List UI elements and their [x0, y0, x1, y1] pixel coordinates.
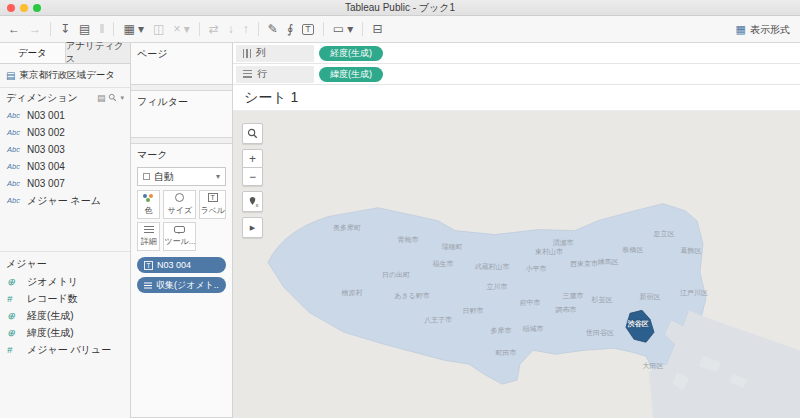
marks-pill[interactable]: 収集(ジオメト..: [137, 277, 226, 293]
mark-type-icon: [143, 173, 150, 180]
sheet-title[interactable]: シート 1: [233, 85, 800, 111]
save-icon[interactable]: ↧: [60, 23, 70, 35]
dimension-field[interactable]: Abc N03 004: [0, 158, 130, 175]
color-button[interactable]: 色: [137, 190, 160, 219]
zoom-in-button[interactable]: +: [242, 149, 263, 168]
clear-sheet-icon[interactable]: × ▾: [173, 23, 189, 35]
search-fields-icon[interactable]: [108, 93, 117, 102]
label-button[interactable]: ラベル: [199, 190, 226, 219]
datasource-name: 東京都行政区域データ: [19, 69, 114, 82]
text-type-icon: Abc: [7, 145, 23, 154]
map-label: 日野市: [463, 306, 484, 316]
pill-role-icon: [144, 261, 153, 270]
show-me-button[interactable]: ▦ 表示形式: [736, 23, 790, 37]
measure-field[interactable]: # メジャー バリュー: [0, 341, 130, 358]
tableau-window: Tableau Public - ブック1 ← → ↧ ▤ ‖ ▦ ▾ ◫ × …: [0, 0, 800, 419]
swap-axes-icon[interactable]: ⇄: [209, 23, 219, 35]
chevron-down-icon[interactable]: ▾: [120, 94, 124, 102]
show-me-label: 表示形式: [750, 23, 790, 37]
size-button[interactable]: サイズ: [163, 190, 196, 219]
marks-pills: N03 004 収集(ジオメト..: [137, 257, 226, 293]
datasource-icon: ▤: [6, 70, 15, 81]
dimension-field[interactable]: Abc N03 007: [0, 175, 130, 192]
presentation-mode-icon[interactable]: ⊟: [372, 23, 382, 35]
toolbar-separator: [113, 22, 114, 36]
columns-shelf[interactable]: 列 経度(生成): [233, 43, 800, 64]
tab-analytics[interactable]: アナリティクス: [65, 43, 131, 63]
highlight-icon[interactable]: ✎: [268, 23, 278, 35]
dimension-field[interactable]: Abc N03 002: [0, 124, 130, 141]
pages-card[interactable]: ページ: [131, 43, 232, 85]
measure-type-icon: ⊕: [7, 276, 23, 287]
tooltip-button[interactable]: ツール...: [163, 222, 196, 251]
show-me-icon: ▦: [736, 23, 746, 36]
map-label: 渋谷区: [628, 319, 649, 329]
map-pin-button[interactable]: x: [242, 191, 263, 212]
pin-x-mark: x: [256, 202, 259, 208]
measure-type-icon: #: [7, 344, 23, 355]
measure-field[interactable]: # レコード数: [0, 290, 130, 307]
sort-ascending-icon[interactable]: ↓: [228, 23, 234, 35]
dimensions-list: Abc N03 001 Abc N03 002 Abc N03 003: [0, 107, 130, 209]
text-type-icon: Abc: [7, 179, 23, 188]
columns-pill[interactable]: 経度(生成): [319, 46, 383, 61]
label-toggle-icon[interactable]: T: [302, 24, 314, 35]
chevron-down-icon: ▾: [216, 172, 220, 181]
map-label: 新宿区: [640, 292, 661, 302]
dimension-field[interactable]: Abc メジャー ネーム: [0, 192, 130, 209]
toolbar: ← → ↧ ▤ ‖ ▦ ▾ ◫ × ▾ ⇄ ↓ ↑ ✎: [0, 16, 800, 43]
paperclip-icon[interactable]: ∮: [287, 23, 293, 35]
measure-field[interactable]: ⊕ 経度(生成): [0, 307, 130, 324]
search-icon: [247, 128, 258, 139]
map-label: 杉並区: [592, 295, 613, 305]
undo-icon[interactable]: ←: [8, 23, 20, 35]
new-worksheet-icon[interactable]: ▦ ▾: [123, 23, 144, 35]
measure-field[interactable]: ⊕ 緯度(生成): [0, 324, 130, 341]
datasource-row[interactable]: ▤ 東京都行政区域データ: [0, 64, 130, 88]
map-labels-layer: 奥多摩町 青梅市 瑞穂町 檜原村 日の出町 あきる野市 八王子市 福生市: [233, 111, 800, 418]
rows-shelf[interactable]: 行 緯度(生成): [233, 64, 800, 85]
rows-pill[interactable]: 緯度(生成): [319, 67, 383, 82]
map-search-button[interactable]: [242, 123, 263, 144]
map-label: 調布市: [556, 305, 577, 315]
measure-field[interactable]: ⊕ ジオメトリ: [0, 273, 130, 290]
map-label: 府中市: [520, 298, 541, 308]
map-canvas[interactable]: 奥多摩町 青梅市 瑞穂町 檜原村 日の出町 あきる野市 八王子市 福生市: [233, 111, 800, 418]
tab-data[interactable]: データ: [0, 43, 65, 63]
window-title: Tableau Public - ブック1: [0, 1, 800, 15]
fit-selector-icon[interactable]: ▭ ▾: [333, 23, 354, 35]
dimension-field[interactable]: Abc N03 001: [0, 107, 130, 124]
detail-button[interactable]: 詳細: [137, 222, 160, 251]
map-label: 東村山市: [535, 247, 563, 257]
sort-descending-icon[interactable]: ↑: [243, 23, 249, 35]
filters-card[interactable]: フィルター: [131, 90, 232, 138]
toolbar-separator: [362, 22, 363, 36]
marks-pill[interactable]: N03 004: [137, 257, 226, 273]
zoom-controls: + −: [242, 149, 263, 186]
redo-icon[interactable]: →: [29, 23, 41, 35]
toolbar-separator: [50, 22, 51, 36]
duplicate-icon[interactable]: ◫: [153, 23, 164, 35]
pause-updates-icon[interactable]: ‖: [99, 23, 104, 35]
map-label: 江戸川区: [680, 288, 708, 298]
map-label: 清瀬市: [553, 238, 574, 248]
text-type-icon: Abc: [7, 162, 23, 171]
view-mode-icon[interactable]: ▤: [97, 93, 106, 103]
dimensions-header: ディメンション ▤ ▾: [0, 88, 130, 107]
measures-header: メジャー: [0, 254, 130, 273]
mark-type-dropdown[interactable]: 自動 ▾: [137, 167, 226, 186]
map-label: 板橋区: [623, 245, 644, 255]
expand-controls-button[interactable]: ▶: [242, 217, 263, 238]
measure-type-icon: ⊕: [7, 327, 23, 338]
zoom-out-button[interactable]: −: [242, 167, 263, 186]
dimension-field[interactable]: Abc N03 003: [0, 141, 130, 158]
marks-card: マーク 自動 ▾ 色 サイズ: [131, 143, 232, 418]
worksheet-area: 列 経度(生成) 行 緯度(生成) シート 1: [233, 43, 800, 418]
map-label: 瑞穂町: [442, 242, 463, 252]
map-label: 葛飾区: [681, 246, 702, 256]
new-datasource-icon[interactable]: ▤: [79, 23, 90, 35]
map-label: 八王子市: [424, 315, 452, 325]
map-label: 町田市: [496, 348, 517, 358]
map-controls: + − x ▶: [242, 123, 263, 238]
columns-shelf-label: 列: [236, 45, 314, 62]
